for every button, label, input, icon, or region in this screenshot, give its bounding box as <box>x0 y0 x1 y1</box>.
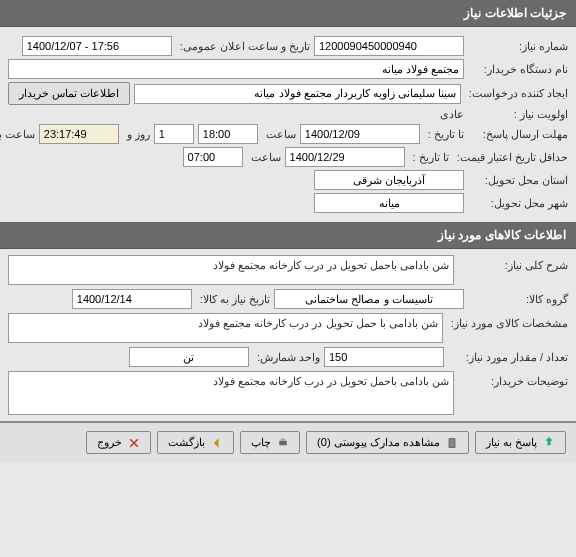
need-date-input[interactable] <box>72 289 192 309</box>
attachments-button-label: مشاهده مدارک پیوستی (0) <box>317 436 440 448</box>
svg-rect-1 <box>281 439 286 441</box>
reply-button-label: پاسخ به نیاز <box>486 436 537 448</box>
spec-label: مشخصات کالای مورد نیاز: <box>447 313 568 330</box>
deadline-to-label: تا تاریخ : <box>424 128 464 141</box>
need-date-label: تاریخ نیاز به کالا: <box>196 293 270 306</box>
panel1-title: جزئیات اطلاعات نیاز <box>464 6 566 20</box>
buyer-label: نام دستگاه خریدار: <box>468 63 568 76</box>
back-button-label: بازگشت <box>168 436 205 448</box>
deadline-time-label: ساعت <box>262 128 296 141</box>
remain-label: ساعت باقی مانده <box>0 128 35 141</box>
buyer-input[interactable] <box>8 59 464 79</box>
back-button[interactable]: بازگشت <box>157 431 234 454</box>
panel1-header: جزئیات اطلاعات نیاز <box>0 0 576 27</box>
announce-label: تاریخ و ساعت اعلان عمومی: <box>176 40 310 53</box>
priority-label: اولویت نیاز : <box>468 108 568 121</box>
attachments-button[interactable]: مشاهده مدارک پیوستی (0) <box>306 431 469 454</box>
creator-label: ایجاد کننده درخواست: <box>465 87 568 100</box>
unit-input[interactable] <box>129 347 249 367</box>
footer-bar: پاسخ به نیاز مشاهده مدارک پیوستی (0) چاپ… <box>0 421 576 462</box>
desc-input[interactable]: شن بادامی باحمل تحویل در درب کارخانه مجت… <box>8 255 454 285</box>
qty-input[interactable] <box>324 347 444 367</box>
group-input[interactable] <box>274 289 464 309</box>
exit-button[interactable]: خروج <box>86 431 151 454</box>
deadline-time-input[interactable] <box>198 124 258 144</box>
qty-label: تعداد / مقدار مورد نیاز: <box>448 351 568 364</box>
panel2-body: شرح کلی نیاز: شن بادامی باحمل تحویل در د… <box>0 249 576 421</box>
validity-label: حداقل تاریخ اعتبار قیمت: <box>453 151 568 164</box>
remain-time-input[interactable] <box>39 124 119 144</box>
print-icon <box>277 437 289 449</box>
panel2-header: اطلاعات کالاهای مورد نیاز <box>0 222 576 249</box>
deadline-date-input[interactable] <box>300 124 420 144</box>
announce-input[interactable] <box>22 36 172 56</box>
exit-button-label: خروج <box>97 436 122 448</box>
days-label: روز و <box>123 128 150 141</box>
days-input[interactable] <box>154 124 194 144</box>
exit-icon <box>128 437 140 449</box>
buyer-note-input[interactable]: شن بادامی باحمل تحویل در درب کارخانه مجت… <box>8 371 454 415</box>
panel2-title: اطلاعات کالاهای مورد نیاز <box>438 228 566 242</box>
deadline-label: مهلت ارسال پاسخ: <box>468 128 568 141</box>
print-button[interactable]: چاپ <box>240 431 300 454</box>
province-input[interactable] <box>314 170 464 190</box>
buyer-note-label: توضیحات خریدار: <box>458 371 568 388</box>
spec-input[interactable]: شن بادامی با حمل تحویل در درب کارخانه مج… <box>8 313 443 343</box>
attachment-icon <box>446 437 458 449</box>
creator-input[interactable] <box>134 84 461 104</box>
reply-button[interactable]: پاسخ به نیاز <box>475 431 566 454</box>
svg-rect-0 <box>279 441 287 446</box>
contact-buyer-button[interactable]: اطلاعات تماس خریدار <box>8 82 130 105</box>
desc-label: شرح کلی نیاز: <box>458 255 568 272</box>
validity-date-input[interactable] <box>285 147 405 167</box>
group-label: گروه کالا: <box>468 293 568 306</box>
print-button-label: چاپ <box>251 436 271 448</box>
panel1-body: شماره نیاز: تاریخ و ساعت اعلان عمومی: نا… <box>0 27 576 222</box>
need-number-label: شماره نیاز: <box>468 40 568 53</box>
unit-label: واحد شمارش: <box>253 351 320 364</box>
province-label: استان محل تحویل: <box>468 174 568 187</box>
validity-time-input[interactable] <box>183 147 243 167</box>
city-input[interactable] <box>314 193 464 213</box>
need-number-input[interactable] <box>314 36 464 56</box>
validity-to-label: تا تاریخ : <box>409 151 449 164</box>
city-label: شهر محل تحویل: <box>468 197 568 210</box>
back-icon <box>211 437 223 449</box>
validity-time-label: ساعت <box>247 151 281 164</box>
reply-icon <box>543 437 555 449</box>
priority-value: عادی <box>440 108 464 121</box>
